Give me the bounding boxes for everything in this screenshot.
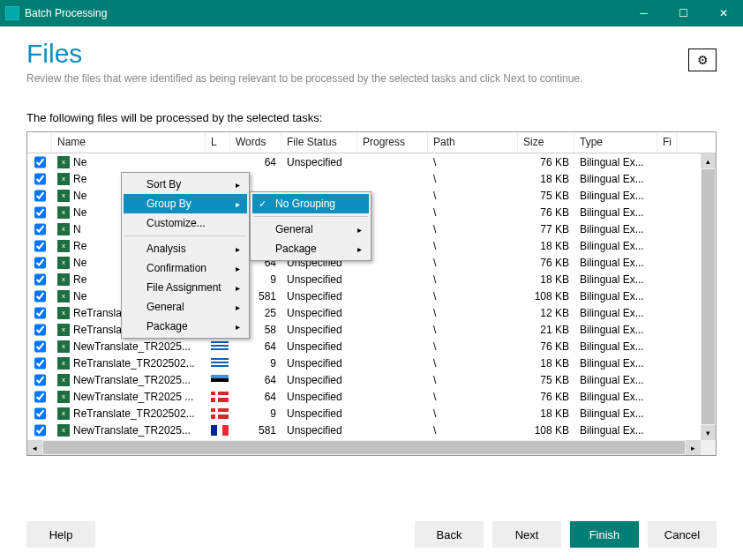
cell-name: xNewTranslate_TR2025...	[52, 424, 206, 437]
titlebar: Batch Processing ─ ☐ ✕	[0, 0, 743, 26]
menu-analysis[interactable]: Analysis	[124, 239, 247, 258]
flag-icon	[211, 425, 229, 436]
table-row[interactable]: xNewTranslate_TR2025...64Unspecified\76 …	[27, 338, 701, 355]
cell-path: \	[428, 273, 518, 286]
flag-icon	[211, 375, 229, 385]
dialog-footer: Help Back Next Finish Cancel	[26, 521, 717, 548]
col-name[interactable]: Name	[52, 132, 206, 153]
window-title: Batch Processing	[25, 7, 624, 19]
next-button[interactable]: Next	[492, 521, 561, 548]
cell-path: \	[428, 357, 518, 370]
cancel-button[interactable]: Cancel	[648, 521, 717, 548]
vertical-scrollbar[interactable]: ▴ ▾	[701, 153, 716, 440]
finish-button[interactable]: Finish	[570, 521, 639, 548]
row-checkbox[interactable]	[34, 424, 46, 437]
row-checkbox[interactable]	[34, 240, 46, 252]
row-checkbox[interactable]	[34, 324, 46, 336]
submenu-package[interactable]: Package	[252, 239, 369, 258]
scroll-thumb-horizontal[interactable]	[43, 441, 685, 454]
menu-sort-by[interactable]: Sort By	[124, 175, 247, 194]
col-type[interactable]: Type	[574, 132, 657, 153]
col-checkbox[interactable]	[27, 132, 52, 153]
cell-type: Bilingual Ex...	[574, 173, 657, 185]
row-checkbox[interactable]	[34, 340, 46, 353]
row-checkbox[interactable]	[34, 391, 46, 403]
row-checkbox[interactable]	[34, 290, 46, 302]
cell-type: Bilingual Ex...	[574, 407, 657, 420]
col-lang[interactable]: L	[206, 132, 230, 153]
cell-path: \	[428, 240, 518, 252]
horizontal-scrollbar[interactable]: ◂ ▸	[27, 440, 701, 455]
scroll-down-arrow[interactable]: ▾	[701, 425, 716, 440]
row-checkbox[interactable]	[34, 223, 46, 235]
scroll-up-arrow[interactable]: ▴	[701, 153, 716, 168]
cell-name: xNewTranslate_TR2025 ...	[52, 391, 206, 403]
cell-words: 64	[230, 391, 281, 403]
row-checkbox[interactable]	[34, 407, 46, 420]
gear-icon: ⚙	[697, 53, 709, 67]
table-row[interactable]: xNewTranslate_TR2025...581Unspecified\10…	[27, 422, 701, 438]
cell-path: \	[428, 424, 518, 437]
excel-icon: x	[57, 240, 70, 252]
table-row[interactable]: xReTranslate_TR202502...9Unspecified\18 …	[27, 355, 701, 371]
table-row[interactable]: xNewTranslate_TR2025...64Unspecified\75 …	[27, 371, 701, 388]
cell-lang	[206, 391, 230, 403]
row-checkbox[interactable]	[34, 374, 46, 386]
scroll-left-arrow[interactable]: ◂	[27, 440, 42, 455]
cell-path: \	[428, 307, 518, 319]
close-button[interactable]: ✕	[703, 0, 743, 26]
menu-general[interactable]: General	[124, 297, 247, 317]
col-path[interactable]: Path	[428, 132, 518, 153]
cell-type: Bilingual Ex...	[574, 257, 657, 269]
back-button[interactable]: Back	[415, 521, 484, 548]
excel-icon: x	[57, 257, 70, 269]
row-checkbox[interactable]	[34, 156, 46, 168]
row-checkbox[interactable]	[34, 173, 46, 185]
menu-confirmation[interactable]: Confirmation	[124, 258, 247, 278]
minimize-button[interactable]: ─	[624, 0, 664, 26]
menu-group-by[interactable]: Group By	[124, 194, 247, 213]
cell-path: \	[428, 324, 518, 336]
table-row[interactable]: xNe64Unspecified\76 KBBilingual Ex...	[27, 153, 701, 170]
cell-words: 64	[230, 374, 281, 386]
submenu-general[interactable]: General	[252, 220, 369, 239]
table-row[interactable]: xNewTranslate_TR2025 ...64Unspecified\76…	[27, 388, 701, 405]
cell-status: Unspecified	[281, 307, 357, 319]
excel-icon: x	[57, 340, 70, 353]
list-label: The following files will be processed by…	[26, 111, 717, 124]
submenu-no-grouping[interactable]: No Grouping	[252, 194, 369, 213]
col-words[interactable]: Words	[230, 132, 281, 153]
cell-status: Unspecified	[281, 407, 357, 420]
row-checkbox[interactable]	[34, 206, 46, 219]
col-fi[interactable]: Fi	[657, 132, 677, 153]
cell-status: Unspecified	[281, 156, 357, 168]
col-size[interactable]: Size	[518, 132, 574, 153]
cell-type: Bilingual Ex...	[574, 307, 657, 319]
cell-lang	[206, 407, 230, 420]
cell-status: Unspecified	[281, 273, 357, 286]
scroll-right-arrow[interactable]: ▸	[686, 440, 701, 455]
menu-customize[interactable]: Customize...	[124, 213, 247, 233]
submenu-separator	[253, 216, 368, 217]
table-row[interactable]: xReTranslate_TR202502...9Unspecified\18 …	[27, 405, 701, 422]
maximize-button[interactable]: ☐	[664, 0, 703, 26]
cell-type: Bilingual Ex...	[574, 374, 657, 386]
settings-button[interactable]: ⚙	[688, 49, 717, 71]
cell-lang	[206, 424, 230, 437]
row-checkbox[interactable]	[34, 357, 46, 370]
excel-icon: x	[57, 173, 70, 185]
row-checkbox[interactable]	[34, 307, 46, 319]
help-button[interactable]: Help	[26, 521, 95, 548]
col-status[interactable]: File Status	[281, 132, 357, 153]
excel-icon: x	[57, 206, 70, 219]
row-checkbox[interactable]	[34, 257, 46, 269]
col-progress[interactable]: Progress	[357, 132, 428, 153]
row-checkbox[interactable]	[34, 273, 46, 286]
menu-package[interactable]: Package	[124, 317, 247, 336]
excel-icon: x	[57, 223, 70, 235]
menu-file-assignment[interactable]: File Assignment	[124, 278, 247, 297]
row-checkbox[interactable]	[34, 190, 46, 202]
cell-status: Unspecified	[281, 324, 357, 336]
excel-icon: x	[57, 374, 70, 386]
scroll-thumb-vertical[interactable]	[702, 169, 715, 424]
